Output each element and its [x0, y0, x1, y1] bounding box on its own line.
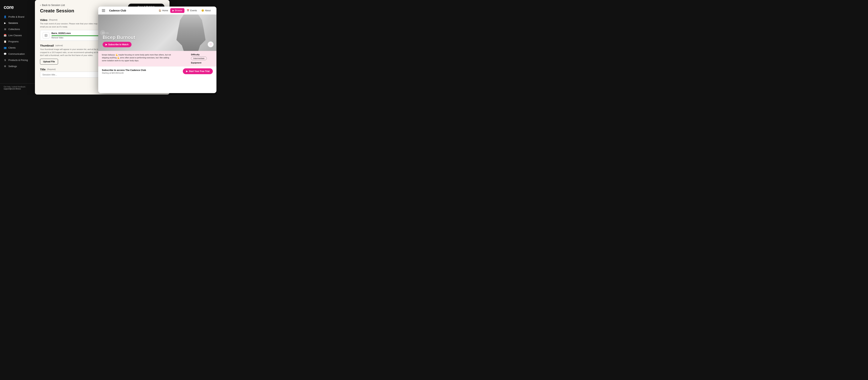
preview-panel: Cadence Club 🏠 Home ▶ Browse 📅 Events 😊 … — [98, 6, 216, 93]
sidebar-item-label: Live Classes — [8, 34, 22, 37]
session-meta: Difficulty Intermediate Equipment — [191, 54, 213, 64]
sidebar-item-sessions[interactable]: ▶ Sessions — [1, 20, 33, 26]
sidebar-item-label: Clients — [8, 46, 16, 49]
subscribe-bar: Subscribe to access The Cadence Club Sta… — [98, 66, 216, 76]
hero-duration: 20 min. — [102, 32, 135, 34]
nav-about[interactable]: 😊 About — [199, 8, 213, 13]
preview-hero: ‹ 20 min. Bicep Burnout ▶ Subscribe to W… — [98, 14, 216, 51]
brand-name: Cadence Club — [109, 9, 156, 12]
upload-file-button[interactable]: Upload File — [40, 59, 58, 65]
about-icon: 😊 — [202, 9, 204, 12]
difficulty-badge: Intermediate — [191, 57, 207, 60]
hamburger-line-3 — [102, 11, 105, 12]
app-logo: core — [0, 3, 35, 14]
info-grid: biceps babyyyy 💪 maybe focusing on some … — [102, 54, 213, 64]
sidebar-item-products-pricing[interactable]: $ Products & Pricing — [1, 57, 33, 63]
sidebar-item-settings[interactable]: ⚙ Settings — [1, 63, 33, 69]
sidebar-item-label: Profile & Brand — [8, 15, 24, 18]
products-icon: $ — [4, 59, 6, 61]
play-icon: ▶ — [186, 70, 188, 72]
sidebar-item-communication[interactable]: 💬 Communication — [1, 51, 33, 57]
svg-marker-1 — [45, 35, 46, 36]
subscribe-bar-price: Starting at $20.00/month — [102, 72, 146, 74]
sessions-icon: ▶ — [4, 22, 6, 24]
sidebar-item-profile-brand[interactable]: 👤 Profile & Brand — [1, 14, 33, 20]
difficulty-label: Difficulty — [191, 54, 213, 56]
preview-nav: Cadence Club 🏠 Home ▶ Browse 📅 Events 😊 … — [98, 6, 216, 14]
preview-info-section: biceps babyyyy 💪 maybe focusing on some … — [98, 51, 216, 66]
nav-events[interactable]: 📅 Events — [184, 8, 199, 13]
chevron-left-icon: ‹ — [40, 4, 41, 6]
sidebar-item-live-classes[interactable]: 📅 Live Classes — [1, 32, 33, 38]
nav-links: 🏠 Home ▶ Browse 📅 Events 😊 About — [156, 8, 213, 13]
sidebar-item-clients[interactable]: 👥 Clients — [1, 45, 33, 51]
subscribe-bar-title: Subscribe to access The Cadence Club — [102, 69, 146, 71]
sidebar-footer: Get help / submit feedback: support@core… — [0, 84, 35, 92]
settings-icon: ⚙ — [4, 65, 6, 68]
sidebar-item-label: Sessions — [8, 22, 18, 24]
communication-icon: 💬 — [4, 52, 6, 55]
subscribe-bar-text: Subscribe to access The Cadence Club Sta… — [102, 69, 146, 74]
sidebar-item-label: Collections — [8, 28, 20, 31]
hamburger-menu[interactable] — [102, 8, 108, 13]
video-file-icon — [43, 32, 49, 39]
equipment-label: Equipment — [191, 62, 213, 64]
sidebar-nav: 👤 Profile & Brand ▶ Sessions ⊞ Collectio… — [0, 14, 35, 82]
home-icon: 🏠 — [159, 9, 161, 12]
sidebar-item-label: Settings — [8, 65, 17, 68]
remove-video-link[interactable]: Remove Video — [52, 37, 63, 39]
hero-content: 20 min. Bicep Burnout ▶ Subscribe to Wat… — [102, 32, 135, 47]
browse-icon: ▶ — [173, 9, 174, 12]
favorite-button[interactable]: ♡ — [208, 41, 214, 47]
heart-icon: ♡ — [210, 43, 212, 46]
profile-icon: 👤 — [4, 15, 6, 18]
sidebar-item-label: Products & Pricing — [8, 59, 28, 61]
play-icon: ▶ — [105, 43, 107, 46]
start-free-trial-button[interactable]: ▶ Start Your Free Trial — [183, 68, 213, 74]
programs-icon: 📋 — [4, 40, 6, 43]
sidebar: core 👤 Profile & Brand ▶ Sessions ⊞ Coll… — [0, 0, 35, 95]
hamburger-line-1 — [102, 9, 105, 10]
clients-icon: 👥 — [4, 46, 6, 49]
events-icon: 📅 — [187, 9, 189, 12]
nav-browse[interactable]: ▶ Browse — [170, 8, 184, 13]
nav-home[interactable]: 🏠 Home — [156, 8, 170, 13]
sidebar-item-label: Communication — [8, 53, 25, 55]
hero-title: Bicep Burnout — [102, 35, 135, 40]
sidebar-item-collections[interactable]: ⊞ Collections — [1, 26, 33, 32]
collections-icon: ⊞ — [4, 28, 6, 31]
hamburger-line-2 — [102, 10, 105, 11]
session-description: biceps babyyyy 💪 maybe focusing on some … — [102, 54, 171, 64]
sidebar-item-label: Programs — [8, 40, 19, 43]
sidebar-item-programs[interactable]: 📋 Programs — [1, 38, 33, 44]
live-classes-icon: 📅 — [4, 34, 6, 37]
subscribe-to-watch-button[interactable]: ▶ Subscribe to Watch — [102, 42, 131, 47]
